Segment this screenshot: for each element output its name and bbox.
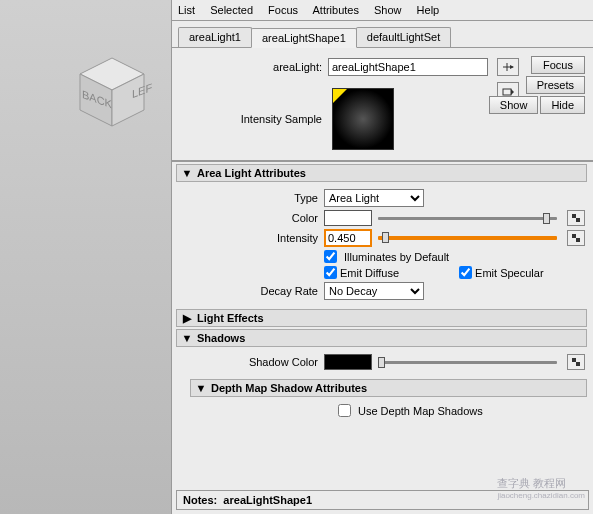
intensity-sample-label: Intensity Sample	[182, 113, 322, 125]
svg-rect-11	[576, 238, 580, 242]
color-label: Color	[178, 212, 318, 224]
tab-arealightshape1[interactable]: areaLightShape1	[251, 28, 357, 48]
intensity-sample-swatch[interactable]	[332, 88, 394, 150]
section-shadows[interactable]: ▼ Shadows	[176, 329, 587, 347]
type-select[interactable]: Area Light	[324, 189, 424, 207]
emit-specular-label: Emit Specular	[475, 267, 543, 279]
node-name-input[interactable]	[328, 58, 488, 76]
svg-rect-12	[572, 358, 576, 362]
use-depth-map-label: Use Depth Map Shadows	[358, 405, 483, 417]
illuminates-checkbox[interactable]	[324, 250, 337, 263]
decay-rate-select[interactable]: No Decay	[324, 282, 424, 300]
menu-help[interactable]: Help	[417, 4, 440, 16]
svg-rect-8	[572, 214, 576, 218]
hide-button[interactable]: Hide	[540, 96, 585, 114]
illuminates-label: Illuminates by Default	[344, 251, 449, 263]
emit-diffuse-checkbox[interactable]	[324, 266, 337, 279]
use-depth-map-checkbox[interactable]	[338, 404, 351, 417]
menu-selected[interactable]: Selected	[210, 4, 253, 16]
attribute-editor: List Selected Focus Attributes Show Help…	[172, 0, 593, 514]
tab-arealight1[interactable]: areaLight1	[178, 27, 252, 47]
shadow-color-label: Shadow Color	[178, 356, 318, 368]
node-tabs: areaLight1 areaLightShape1 defaultLightS…	[172, 21, 593, 48]
shadow-color-slider[interactable]	[378, 361, 557, 364]
intensity-input[interactable]	[324, 229, 372, 247]
menu-focus[interactable]: Focus	[268, 4, 298, 16]
menubar: List Selected Focus Attributes Show Help	[172, 0, 593, 21]
svg-rect-10	[572, 234, 576, 238]
color-map-button[interactable]	[567, 210, 585, 226]
emit-diffuse-label: Emit Diffuse	[340, 267, 399, 279]
twist-down-icon: ▼	[181, 167, 193, 179]
view-cube[interactable]: BACK LEFT	[72, 52, 152, 132]
type-label: Type	[178, 192, 318, 204]
twist-right-icon: ▶	[181, 312, 193, 324]
presets-button[interactable]: Presets	[526, 76, 585, 94]
attribute-scroll[interactable]: ▼ Area Light Attributes Type Area Light …	[172, 161, 593, 486]
viewport-3d[interactable]: BACK LEFT	[0, 0, 172, 514]
decay-rate-label: Decay Rate	[178, 285, 318, 297]
section-area-light-attributes[interactable]: ▼ Area Light Attributes	[176, 164, 587, 182]
header-area: areaLight: Focus Presets Show Hide Inten…	[172, 48, 593, 161]
node-name-label: areaLight:	[182, 61, 322, 73]
notes-bar: Notes: areaLightShape1	[176, 490, 589, 510]
intensity-slider[interactable]	[378, 236, 557, 240]
twist-down-icon: ▼	[195, 382, 207, 394]
menu-attributes[interactable]: Attributes	[312, 4, 358, 16]
section-depth-map-shadow[interactable]: ▼ Depth Map Shadow Attributes	[190, 379, 587, 397]
twist-down-icon: ▼	[181, 332, 193, 344]
menu-list[interactable]: List	[178, 4, 195, 16]
shadow-color-map-button[interactable]	[567, 354, 585, 370]
color-swatch[interactable]	[324, 210, 372, 226]
intensity-label: Intensity	[178, 232, 318, 244]
shadow-color-swatch[interactable]	[324, 354, 372, 370]
focus-button[interactable]: Focus	[531, 56, 585, 74]
svg-rect-9	[576, 218, 580, 222]
intensity-map-button[interactable]	[567, 230, 585, 246]
menu-show[interactable]: Show	[374, 4, 402, 16]
show-button[interactable]: Show	[489, 96, 539, 114]
svg-rect-13	[576, 362, 580, 366]
section-light-effects[interactable]: ▶ Light Effects	[176, 309, 587, 327]
tab-defaultlightset[interactable]: defaultLightSet	[356, 27, 451, 47]
color-slider[interactable]	[378, 217, 557, 220]
emit-specular-checkbox[interactable]	[459, 266, 472, 279]
